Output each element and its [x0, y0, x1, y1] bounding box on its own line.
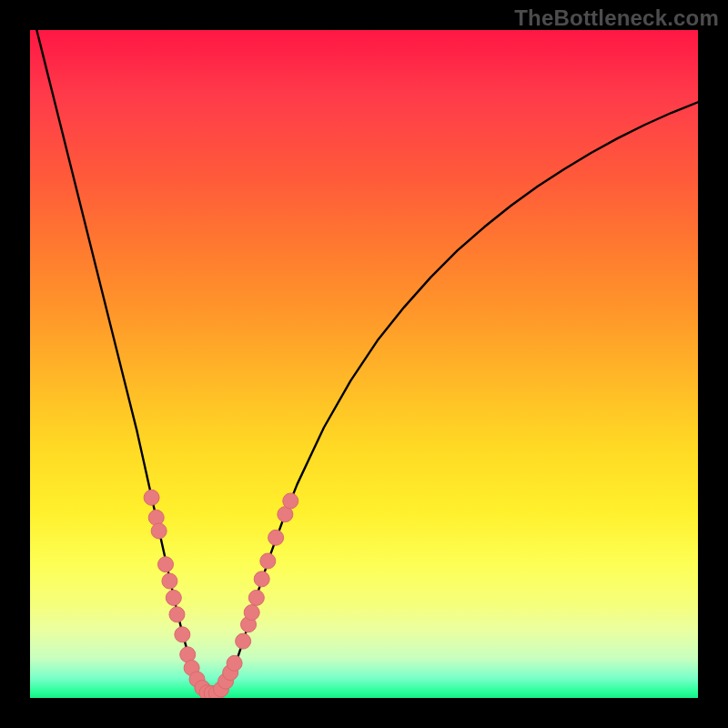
curve-marker — [162, 573, 177, 589]
bottleneck-curve — [30, 30, 698, 693]
curve-marker — [283, 493, 298, 509]
chart-svg — [30, 30, 698, 698]
plot-area — [30, 30, 698, 698]
curve-marker — [166, 590, 181, 605]
curve-marker — [260, 553, 276, 569]
curve-marker — [254, 571, 269, 587]
curve-marker — [144, 490, 159, 505]
curve-marker — [248, 590, 264, 605]
watermark-text: TheBottleneck.com — [514, 5, 719, 31]
curve-marker — [236, 633, 251, 649]
curve-marker — [169, 607, 185, 622]
curve-marker — [158, 557, 174, 572]
curve-marker — [244, 605, 259, 621]
curve-marker — [175, 627, 190, 642]
curve-marker — [151, 523, 167, 539]
outer-frame: TheBottleneck.com — [0, 0, 728, 728]
curve-marker — [227, 655, 242, 671]
curve-marker — [268, 530, 284, 545]
curve-markers — [144, 490, 298, 698]
curve-marker — [148, 510, 164, 525]
